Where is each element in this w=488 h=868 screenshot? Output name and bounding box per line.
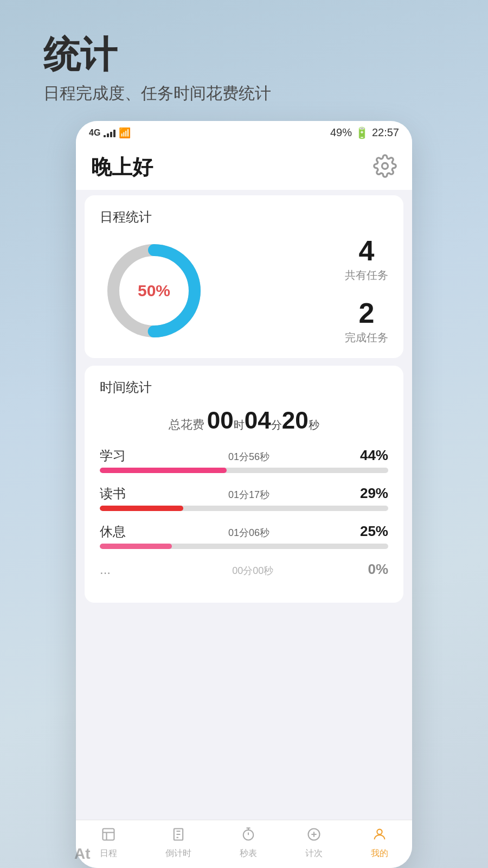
progress-item: 休息 01分06秒 25% [100,523,388,549]
nav-profile-label: 我的 [371,848,388,859]
content-area: 日程统计 50% 4 共有任务 [76,190,412,820]
time-card: 时间统计 总花费 00时04分20秒 学习 01分56秒 44% 读书 [85,366,403,603]
hour-unit: 时 [234,419,245,431]
svg-point-17 [377,829,382,834]
total-tasks-stat: 4 共有任务 [345,237,388,283]
hours-value: 00 [207,407,234,433]
completed-tasks-stat: 2 完成任务 [345,299,388,345]
counter-icon [306,827,322,846]
progress-pct: 25% [360,523,388,540]
progress-item: ... 00分00秒 0% [100,561,388,578]
nav-profile[interactable]: 我的 [371,827,388,859]
progress-pct: 0% [368,561,388,578]
gear-icon [373,154,397,178]
nav-stopwatch[interactable]: 秒表 [240,827,257,859]
progress-pct: 44% [360,447,388,464]
signal-bars-icon [104,129,115,137]
wifi-icon: 📶 [119,127,131,139]
total-tasks-number: 4 [345,237,388,265]
schedule-stats: 4 共有任务 2 完成任务 [345,237,388,345]
progress-track [100,544,388,549]
nav-countdown-label: 倒计时 [165,848,191,859]
progress-item: 学习 01分56秒 44% [100,447,388,473]
signal-text: 4G [89,128,100,138]
seconds-value: 20 [282,407,309,433]
progress-item: 读书 01分17秒 29% [100,485,388,511]
page-title: 统计 [43,33,445,77]
time-card-title: 时间统计 [100,379,388,396]
nav-stopwatch-label: 秒表 [240,848,257,859]
nav-counter-label: 计次 [305,848,323,859]
progress-pct: 29% [360,485,388,502]
greeting-text: 晚上好 [91,154,153,181]
minute-unit: 分 [271,419,282,431]
svg-point-0 [382,163,388,169]
schedule-content: 50% 4 共有任务 2 完成任务 [100,237,388,345]
profile-icon [372,827,387,846]
schedule-card-title: 日程统计 [100,208,388,226]
status-left: 4G 📶 [89,127,131,139]
status-right: 49% 🔋 22:57 [330,126,399,139]
progress-fill [100,468,227,473]
second-unit: 秒 [309,419,319,431]
total-label: 总花费 [169,418,204,431]
progress-name: 休息 [100,523,138,540]
total-tasks-label: 共有任务 [345,268,388,283]
progress-time: 00分00秒 [232,564,273,577]
battery-icon: 🔋 [355,126,369,139]
progress-name: 读书 [100,485,138,502]
progress-list: 学习 01分56秒 44% 读书 01分17秒 29% 休息 [100,447,388,578]
bottom-hint: At [74,845,91,863]
progress-name: ... [100,562,138,577]
schedule-card: 日程统计 50% 4 共有任务 [85,195,403,358]
countdown-icon [171,827,186,846]
svg-point-10 [243,830,254,840]
schedule-icon [101,827,116,846]
progress-track [100,468,388,473]
nav-counter[interactable]: 计次 [305,827,323,859]
time-display: 总花费 00时04分20秒 [100,407,388,434]
progress-name: 学习 [100,447,138,464]
status-bar: 4G 📶 49% 🔋 22:57 [76,121,412,143]
progress-time: 01分56秒 [228,450,269,463]
progress-fill [100,544,172,549]
progress-time: 01分06秒 [228,526,269,539]
phone-frame: 4G 📶 49% 🔋 22:57 晚上好 日程统计 [76,121,412,868]
stopwatch-icon [241,827,256,846]
app-header: 晚上好 [76,143,412,190]
completed-tasks-label: 完成任务 [345,330,388,345]
nav-schedule-label: 日程 [100,848,117,859]
donut-center-text: 50% [138,282,170,300]
minutes-value: 04 [245,407,271,433]
progress-time: 01分17秒 [228,488,269,501]
battery-text: 49% [330,126,352,139]
page-subtitle: 日程完成度、任务时间花费统计 [43,82,445,105]
time-text: 22:57 [372,126,399,139]
settings-button[interactable] [373,154,397,180]
donut-chart: 50% [100,237,208,345]
nav-schedule[interactable]: 日程 [100,827,117,859]
progress-track [100,506,388,511]
page-header: 统计 日程完成度、任务时间花费统计 [0,0,488,121]
nav-countdown[interactable]: 倒计时 [165,827,191,859]
completed-tasks-number: 2 [345,299,388,327]
svg-rect-3 [103,829,114,840]
bottom-nav: 日程 倒计时 秒表 [76,820,412,868]
progress-fill [100,506,183,511]
